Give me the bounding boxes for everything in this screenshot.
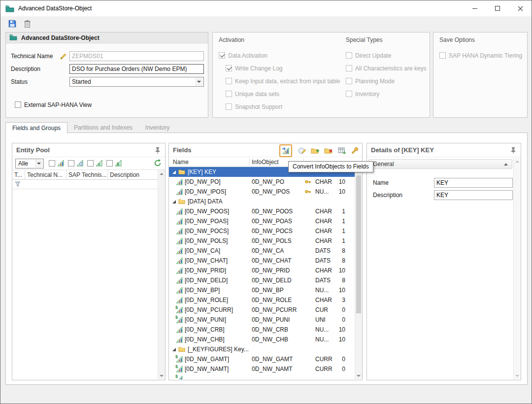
field-row-0d-nw-deld[interactable]: $ [0D_NW_DELD] 0D_NW_DELD DATS 8 bbox=[169, 275, 355, 285]
activation-checklist: Data Activation Write Change Log Keep In… bbox=[219, 51, 340, 115]
pin-icon[interactable] bbox=[155, 147, 162, 154]
special-types-checklist: Direct Update All Characteristics are ke… bbox=[346, 51, 427, 102]
field-row-0d-nw-gamt[interactable]: $ [0D_NW_GAMT] 0D_NW_GAMT CURR 0 bbox=[169, 354, 355, 364]
entity-filter-dropdown[interactable]: Alle bbox=[15, 159, 44, 168]
edit-properties-button[interactable] bbox=[297, 146, 307, 156]
field-row-0d-nw-po[interactable]: $ [0D_NW_PO] 0D_NW_PO CHAR 10 bbox=[169, 177, 355, 187]
checkbox-external-sap-hana-view[interactable] bbox=[15, 101, 21, 108]
scroll-down-icon[interactable] bbox=[514, 372, 521, 379]
general-groupbox-header: Advanced DataStore-Object bbox=[6, 33, 208, 43]
field-row-0d-nw-ipos[interactable]: $ [0D_NW_IPOS] 0D_NW_IPOS NU... 10 bbox=[169, 187, 355, 197]
tab-partitions-and-indexes[interactable]: Partitions and Indexes bbox=[67, 122, 139, 133]
details-scrollbar[interactable] bbox=[513, 158, 521, 379]
field-row-0d-nw-puni[interactable]: $ [0D_NW_PUNI] 0D_NW_PUNI UNI 0 bbox=[169, 315, 355, 325]
delete-icon[interactable] bbox=[23, 19, 32, 29]
adso-icon-small bbox=[9, 34, 18, 41]
status-dropdown[interactable]: Started bbox=[69, 77, 204, 87]
technical-name-label: Technical Name bbox=[11, 53, 58, 60]
field-row-0d-nw-bp[interactable]: $ [0D_NW_BP] 0D_NW_BP NU... 10 bbox=[169, 285, 355, 295]
svg-text:$: $ bbox=[117, 162, 119, 167]
filter-funnel-icon[interactable] bbox=[15, 181, 21, 187]
detail-description-input[interactable] bbox=[434, 190, 513, 200]
chevron-down-icon[interactable] bbox=[195, 78, 203, 86]
add-group-button[interactable] bbox=[310, 146, 320, 156]
field-row-0d-nw-crb[interactable]: $ [0D_NW_CRB] 0D_NW_CRB NU... 10 bbox=[169, 325, 355, 335]
expander-icon[interactable] bbox=[172, 348, 176, 351]
details-panel: Details of [KEY] KEY General Name Descri… bbox=[366, 143, 521, 380]
field-row-0d-nw-namt[interactable]: $ [0D_NW_NAMT] 0D_NW_NAMT CURR 0 bbox=[169, 364, 355, 374]
mass-maintenance-button[interactable] bbox=[337, 146, 347, 156]
checkbox-row-keep-input-data-extract-from-input-table: Keep Input data, extract from input tabl… bbox=[226, 77, 340, 85]
description-input[interactable] bbox=[69, 64, 204, 74]
filter-keyfigures-checkbox[interactable] bbox=[106, 160, 113, 167]
entity-column-sap-technis[interactable]: SAP Technis... bbox=[66, 170, 108, 179]
entity-pool-scrollbar[interactable] bbox=[158, 170, 165, 379]
field-row-0d-nw-chat[interactable]: $ [0D_NW_CHAT] 0D_NW_CHAT DATS 8 bbox=[169, 256, 355, 266]
field-row-0d-nw-poos[interactable]: $ [0D_NW_POOS] 0D_NW_POOS CHAR 1 bbox=[169, 206, 355, 216]
pencil-icon[interactable] bbox=[58, 51, 68, 61]
collapse-icon[interactable] bbox=[504, 163, 508, 166]
entity-column-t[interactable]: T... bbox=[12, 170, 25, 179]
checkbox bbox=[439, 52, 446, 59]
field-row-0d-nw-pocs[interactable]: $ [0D_NW_POCS] 0D_NW_POCS CHAR 1 bbox=[169, 226, 355, 236]
convert-infoobjects-to-fields-button[interactable] bbox=[281, 146, 291, 156]
field-row-0d-nw-pcurr[interactable]: $ [0D_NW_PCURR] 0D_NW_PCURR CUR 0 bbox=[169, 305, 355, 315]
checkbox bbox=[346, 52, 352, 59]
pin-icon[interactable] bbox=[510, 147, 517, 154]
field-row-0d-nw-prid[interactable]: $ [0D_NW_PRID] 0D_NW_PRID CHAR 10 bbox=[169, 266, 355, 275]
infoobject-icon: $ bbox=[176, 188, 183, 195]
maximize-button[interactable] bbox=[486, 0, 509, 16]
general-section-header[interactable]: General bbox=[368, 159, 512, 169]
details-title: Details of [KEY] KEY bbox=[371, 146, 434, 154]
scroll-down-icon[interactable] bbox=[355, 372, 362, 379]
save-icon[interactable] bbox=[7, 19, 17, 29]
tabs: Fields and GroupsPartitions and IndexesI… bbox=[5, 122, 176, 134]
infoobject-icon: $ bbox=[176, 356, 183, 363]
scrollbar-thumb[interactable] bbox=[356, 175, 361, 313]
field-row-0d-nw-poas[interactable]: $ [0D_NW_POAS] 0D_NW_POAS CHAR 1 bbox=[169, 216, 355, 226]
entity-column-technical-n[interactable]: Technical N... bbox=[25, 170, 66, 179]
field-row-0d-nw-role[interactable]: $ [0D_NW_ROLE] 0D_NW_ROLE CHAR 3 bbox=[169, 295, 355, 305]
minimize-button[interactable] bbox=[464, 0, 486, 16]
entity-pool-body bbox=[12, 189, 158, 379]
entity-pool-filter-row[interactable] bbox=[12, 180, 158, 189]
checkbox-row-write-change-log: Write Change Log bbox=[226, 64, 340, 72]
refresh-icon[interactable] bbox=[154, 159, 162, 168]
filter-time-characteristics-checkbox[interactable] bbox=[68, 160, 74, 167]
expander-icon[interactable] bbox=[172, 200, 176, 203]
tab-inventory[interactable]: Inventory bbox=[139, 122, 176, 133]
key-icon bbox=[304, 188, 311, 195]
infoobject-icon: $ bbox=[176, 237, 183, 244]
group-row-keyfigures-key[interactable]: [_KEYFIGURES] Key... bbox=[169, 344, 355, 354]
column-name[interactable]: Name bbox=[173, 159, 189, 166]
activation-groupbox: Activation Special Types Data Activation… bbox=[212, 32, 430, 118]
group-row-data-data[interactable]: [DATA] DATA bbox=[169, 197, 355, 206]
field-row-0d-nw-ca[interactable]: $ [0D_NW_CA] 0D_NW_CA DATS 8 bbox=[169, 246, 355, 256]
technical-name-input[interactable] bbox=[69, 51, 204, 61]
settings-wrench-button[interactable] bbox=[350, 146, 360, 156]
scroll-up-icon[interactable] bbox=[158, 170, 165, 177]
chevron-down-icon[interactable] bbox=[35, 160, 43, 168]
remove-group-button[interactable] bbox=[324, 146, 333, 156]
filter-unit-icon: 0 bbox=[96, 160, 103, 167]
expander-icon[interactable] bbox=[172, 170, 176, 174]
scroll-down-icon[interactable] bbox=[158, 372, 165, 379]
activation-title: Activation bbox=[219, 36, 244, 43]
checkbox bbox=[346, 78, 352, 84]
fields-scrollbar[interactable] bbox=[355, 167, 362, 379]
column-infoobject[interactable]: InfoObject bbox=[252, 159, 279, 166]
filter-characteristics-checkbox[interactable] bbox=[49, 160, 55, 167]
save-options-groupbox: Save Options SAP HANA Dynamic Tiering bbox=[433, 32, 528, 118]
close-button[interactable] bbox=[509, 0, 532, 16]
scroll-up-icon[interactable] bbox=[514, 158, 521, 165]
filter-characteristic-icon bbox=[57, 160, 65, 167]
detail-name-input[interactable] bbox=[434, 178, 513, 188]
fields-toolbar bbox=[279, 144, 360, 157]
filter-units-checkbox[interactable] bbox=[87, 160, 94, 167]
tab-fields-and-groups[interactable]: Fields and Groups bbox=[5, 122, 67, 134]
field-row-0d-nw-pols[interactable]: $ [0D_NW_POLS] 0D_NW_POLS CHAR 1 bbox=[169, 236, 355, 246]
field-row-partial[interactable]: $ bbox=[169, 374, 355, 379]
adso-icon bbox=[5, 5, 14, 12]
field-row-0d-nw-chb[interactable]: $ [0D_NW_CHB] 0D_NW_CHB NU... 10 bbox=[169, 335, 355, 344]
entity-column-description[interactable]: Description bbox=[108, 170, 158, 179]
